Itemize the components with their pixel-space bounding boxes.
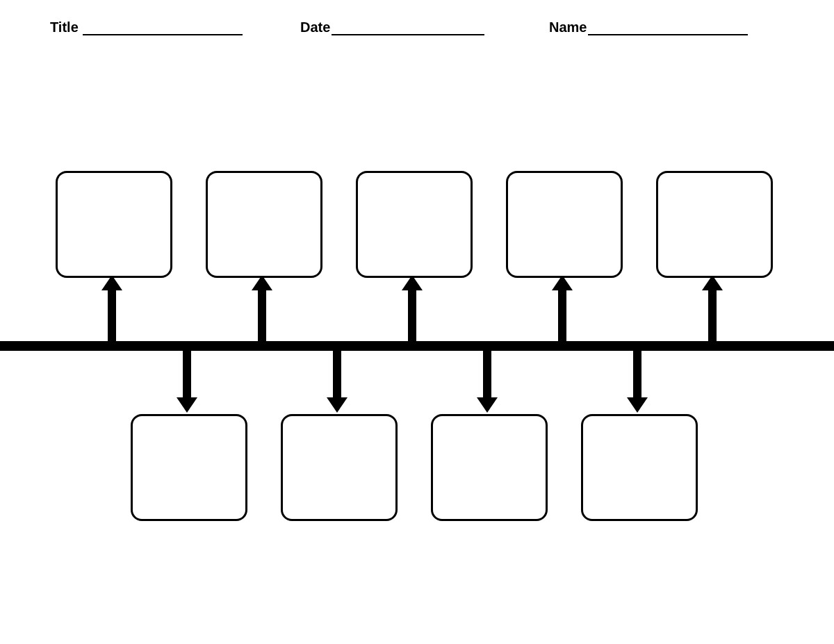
- timeline-top-box-5[interactable]: [656, 171, 773, 278]
- timeline-bottom-box-3[interactable]: [431, 414, 548, 521]
- arrow-up-shaft: [558, 289, 566, 346]
- arrow-down-head-icon: [627, 397, 648, 413]
- arrow-down-head-icon: [177, 397, 197, 413]
- timeline-top-box-1[interactable]: [56, 171, 172, 278]
- arrow-down-shaft: [183, 346, 191, 399]
- timeline-top-box-3[interactable]: [356, 171, 473, 278]
- timeline-bottom-box-2[interactable]: [281, 414, 398, 521]
- timeline-bottom-box-4[interactable]: [581, 414, 698, 521]
- arrow-down-shaft: [483, 346, 491, 399]
- arrow-up-shaft: [258, 289, 266, 346]
- timeline-worksheet: Title Date Name: [0, 0, 834, 644]
- arrow-down-shaft: [633, 346, 641, 399]
- arrow-up-shaft: [708, 289, 717, 346]
- arrow-up-shaft: [408, 289, 416, 346]
- timeline-top-box-4[interactable]: [506, 171, 623, 278]
- timeline-top-box-2[interactable]: [206, 171, 322, 278]
- arrow-up-shaft: [108, 289, 116, 346]
- arrow-down-head-icon: [477, 397, 498, 413]
- arrow-down-head-icon: [327, 397, 348, 413]
- timeline-svg: [0, 0, 834, 644]
- arrow-down-shaft: [333, 346, 341, 399]
- timeline-bottom-box-1[interactable]: [131, 414, 247, 521]
